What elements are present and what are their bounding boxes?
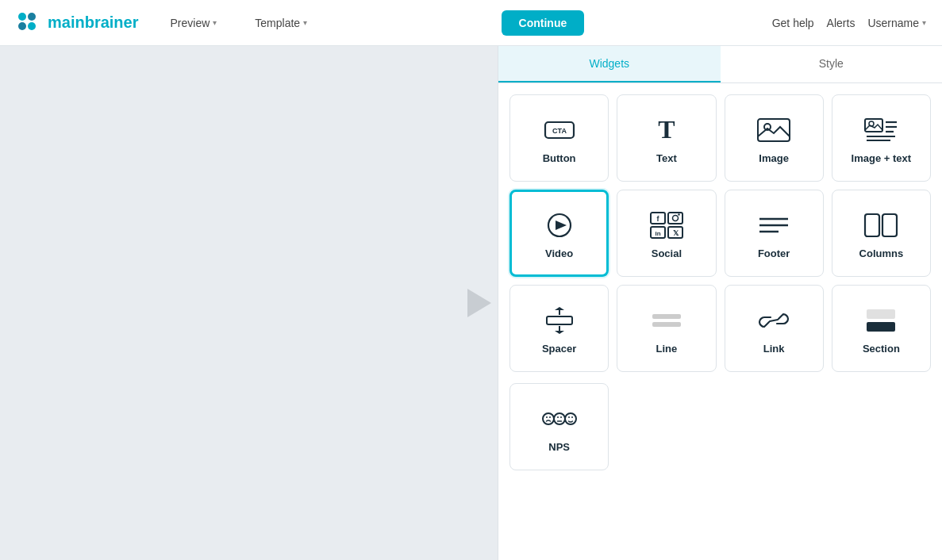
- widget-image[interactable]: Image: [725, 94, 824, 182]
- widget-nps[interactable]: NPS: [509, 383, 609, 470]
- header-left: mainbrainer Preview ▾ Template ▾: [16, 10, 313, 36]
- svg-point-43: [546, 416, 548, 418]
- tab-widgets[interactable]: Widgets: [498, 46, 721, 82]
- spacer-label: Spacer: [542, 343, 576, 355]
- svg-point-1: [28, 13, 36, 21]
- widget-line[interactable]: Line: [617, 285, 716, 372]
- video-icon: [542, 211, 577, 240]
- widget-button[interactable]: CTA Button: [509, 94, 609, 182]
- svg-point-47: [560, 416, 562, 418]
- link-icon: [756, 306, 791, 335]
- svg-point-21: [672, 215, 678, 221]
- button-icon: CTA: [542, 116, 577, 144]
- svg-point-0: [18, 13, 26, 21]
- social-label: Social: [652, 247, 682, 259]
- widget-text[interactable]: T Text: [617, 94, 716, 182]
- username-menu[interactable]: Username ▾: [867, 17, 926, 29]
- svg-rect-32: [547, 316, 572, 324]
- line-label: Line: [656, 343, 678, 355]
- svg-point-49: [565, 413, 576, 424]
- image-text-label: Image + text: [852, 152, 912, 164]
- panel-tabs: Widgets Style: [498, 46, 942, 83]
- svg-rect-7: [758, 119, 790, 141]
- username-chevron-icon: ▾: [922, 18, 926, 27]
- nps-icon: [542, 405, 577, 433]
- svg-point-42: [543, 413, 554, 424]
- svg-text:CTA: CTA: [552, 127, 567, 135]
- template-chevron-icon: ▾: [303, 18, 307, 27]
- svg-marker-36: [555, 331, 564, 334]
- widget-footer[interactable]: Footer: [725, 190, 824, 277]
- header-right: Get help Alerts Username ▾: [772, 17, 926, 29]
- section-icon: [863, 306, 898, 335]
- svg-text:𝕏: 𝕏: [672, 229, 679, 237]
- main-layout: Widgets Style CTA Button T: [0, 46, 942, 560]
- footer-label: Footer: [758, 247, 790, 259]
- widgets-grid: CTA Button T Text: [498, 83, 942, 383]
- alerts-link[interactable]: Alerts: [827, 17, 855, 29]
- nps-row: NPS: [498, 383, 942, 481]
- svg-marker-34: [555, 307, 564, 310]
- svg-rect-20: [668, 213, 682, 224]
- svg-point-50: [568, 416, 570, 418]
- svg-point-46: [557, 416, 559, 418]
- get-help-link[interactable]: Get help: [772, 17, 814, 29]
- svg-rect-40: [867, 309, 895, 319]
- button-label: Button: [543, 152, 576, 164]
- svg-rect-31: [882, 214, 897, 236]
- widget-columns[interactable]: Columns: [832, 190, 931, 277]
- svg-point-45: [554, 413, 565, 424]
- svg-text:f: f: [656, 215, 659, 223]
- widget-video[interactable]: Video: [509, 190, 609, 277]
- spacer-icon: [542, 306, 577, 335]
- footer-icon: [756, 211, 791, 240]
- image-text-icon: [863, 116, 898, 144]
- video-label: Video: [545, 247, 573, 259]
- tab-style[interactable]: Style: [721, 46, 943, 82]
- svg-rect-30: [865, 214, 879, 236]
- image-label: Image: [759, 152, 789, 164]
- svg-rect-41: [867, 322, 895, 332]
- preview-chevron-icon: ▾: [213, 18, 217, 27]
- logo: mainbrainer: [16, 10, 139, 36]
- logo-icon: [16, 10, 41, 36]
- canvas-area: [0, 46, 498, 560]
- logo-text: mainbrainer: [48, 13, 139, 32]
- svg-rect-37: [652, 314, 681, 319]
- widget-image-text[interactable]: Image + text: [832, 94, 931, 182]
- widget-link[interactable]: Link: [725, 285, 824, 372]
- svg-point-51: [571, 416, 573, 418]
- text-label: Text: [656, 152, 677, 164]
- svg-point-2: [18, 22, 26, 30]
- drag-arrow-icon: [467, 289, 491, 317]
- line-icon: [649, 306, 684, 335]
- template-nav[interactable]: Template ▾: [248, 12, 313, 34]
- svg-point-44: [549, 416, 551, 418]
- social-icon: f in 𝕏: [649, 211, 684, 240]
- section-label: Section: [863, 343, 900, 355]
- columns-icon: [863, 211, 898, 240]
- link-label: Link: [763, 343, 785, 355]
- widget-section[interactable]: Section: [832, 285, 931, 372]
- continue-button[interactable]: Continue: [502, 10, 585, 36]
- svg-point-3: [28, 22, 36, 30]
- text-icon: T: [649, 116, 684, 144]
- columns-label: Columns: [859, 247, 904, 259]
- svg-point-22: [678, 213, 679, 215]
- preview-nav[interactable]: Preview ▾: [164, 12, 224, 34]
- svg-text:T: T: [658, 116, 675, 144]
- svg-line-39: [770, 320, 778, 321]
- nps-label: NPS: [548, 441, 570, 453]
- image-icon: [756, 116, 791, 144]
- svg-marker-17: [556, 221, 567, 230]
- svg-rect-38: [652, 322, 681, 327]
- svg-text:in: in: [655, 230, 660, 237]
- widget-spacer[interactable]: Spacer: [509, 285, 609, 372]
- widget-social[interactable]: f in 𝕏 Social: [617, 190, 716, 277]
- header: mainbrainer Preview ▾ Template ▾ Continu…: [0, 0, 942, 46]
- right-panel: Widgets Style CTA Button T: [498, 46, 942, 560]
